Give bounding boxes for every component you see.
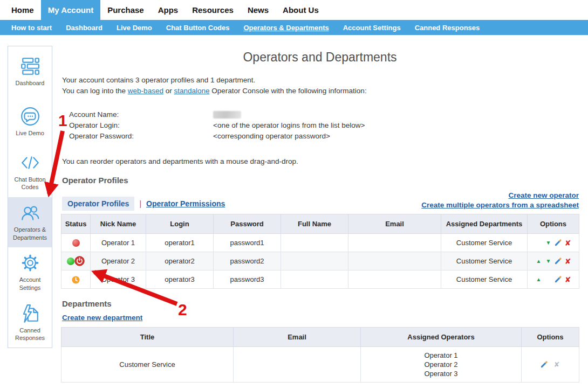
email-cell: [348, 234, 441, 252]
nav-my-account[interactable]: My Account: [41, 0, 100, 20]
chat-bubble-icon: [20, 106, 40, 127]
code-icon: [20, 152, 40, 173]
status-online-icon: [67, 258, 74, 265]
col-email: Email: [348, 214, 441, 234]
operator-login-value: <one of the operator logins from the lis…: [213, 120, 365, 131]
assigned-operator: Operator 2: [361, 360, 521, 369]
password-cell: password2: [214, 252, 281, 270]
email-cell: [234, 347, 361, 383]
nav-apps[interactable]: Apps: [151, 0, 186, 20]
status-cell: [61, 252, 91, 270]
edit-icon[interactable]: [539, 360, 549, 369]
operator-login-row: Operator Login: <one of the operator log…: [69, 120, 365, 131]
sidebar-label: Dashboard: [16, 79, 45, 87]
status-offline-icon: [72, 239, 80, 247]
main-content: Operators and Departments Your account c…: [61, 46, 579, 389]
move-up-icon[interactable]: ▲: [534, 276, 544, 282]
nick-name-cell: Operator 1: [91, 234, 146, 252]
table-header-row: Title Email Assigned Operators Options: [61, 328, 579, 347]
table-header-row: Status Nick Name Login Password Full Nam…: [61, 214, 579, 234]
standalone-link[interactable]: standalone: [174, 87, 209, 95]
sidebar-item-account-settings[interactable]: Account Settings: [8, 247, 52, 297]
delete-icon[interactable]: ✘: [563, 275, 573, 284]
options-cell: ▲ ✘: [528, 270, 579, 289]
move-down-icon[interactable]: ▼: [544, 240, 553, 246]
operator-login-label: Operator Login:: [69, 120, 213, 131]
create-multiple-operators-link[interactable]: Create multiple operators from a spreads…: [421, 200, 579, 210]
sidebar-item-dashboard[interactable]: Dashboard: [8, 46, 52, 96]
subnav-live-demo[interactable]: Live Demo: [110, 20, 159, 35]
sidebar-label: Operators & Departments: [9, 226, 51, 241]
subnav-account-settings[interactable]: Account Settings: [336, 20, 408, 35]
login-cell: operator1: [146, 234, 214, 252]
nav-resources[interactable]: Resources: [185, 0, 241, 20]
tab-operator-permissions[interactable]: Operator Permissions: [146, 199, 225, 208]
departments-heading: Departments: [62, 299, 112, 308]
create-new-operator-link[interactable]: Create new operator: [421, 191, 579, 200]
password-cell: password1: [214, 234, 281, 252]
nav-home[interactable]: Home: [4, 0, 41, 20]
account-name-row: Account Name:: [69, 109, 365, 120]
subnav-dashboard[interactable]: Dashboard: [59, 20, 110, 35]
sidebar-item-operators-departments[interactable]: Operators & Departments: [8, 197, 52, 247]
intro-line2-or: or: [163, 87, 174, 95]
nav-purchase[interactable]: Purchase: [100, 0, 151, 20]
col-full-name: Full Name: [281, 214, 348, 234]
sidebar-label: Canned Responses: [9, 327, 51, 342]
subnav-canned-responses[interactable]: Canned Responses: [408, 20, 487, 35]
move-up-icon[interactable]: ▲: [534, 258, 544, 264]
col-status: Status: [61, 214, 91, 234]
col-nick-name: Nick Name: [91, 214, 146, 234]
sidebar-label: Live Demo: [16, 129, 44, 137]
sidebar-item-canned-responses[interactable]: Canned Responses: [8, 297, 52, 348]
intro-line1: Your account contains 3 operator profile…: [62, 75, 367, 86]
delete-icon[interactable]: ✘: [563, 257, 573, 266]
nav-news[interactable]: News: [241, 0, 276, 20]
operator-password-value: <corresponding operator password>: [213, 131, 330, 142]
operator-create-links: Create new operator Create multiple oper…: [421, 191, 579, 210]
create-new-department-link[interactable]: Create new department: [62, 314, 142, 322]
account-name-redacted: [213, 111, 241, 119]
full-name-cell: [281, 234, 348, 252]
edit-icon[interactable]: [553, 239, 563, 247]
sidebar-item-live-demo[interactable]: Live Demo: [8, 96, 52, 147]
options-cell: ▲ ▼ ✘: [528, 252, 579, 270]
edit-icon[interactable]: [553, 257, 563, 265]
delete-disabled-icon: ✘: [552, 360, 562, 369]
top-nav: Home My Account Purchase Apps Resources …: [0, 0, 588, 20]
col-email: Email: [234, 328, 361, 347]
account-info: Account Name: Operator Login: <one of th…: [69, 109, 365, 142]
logout-power-button[interactable]: [74, 256, 85, 266]
page-title: Operators and Departments: [61, 50, 579, 65]
options-cell: ▼ ✘: [528, 234, 579, 252]
subnav-how-to-start[interactable]: How to start: [4, 20, 59, 35]
col-title: Title: [61, 328, 234, 347]
assigned-operators-cell: Operator 1 Operator 2 Operator 3: [361, 347, 522, 383]
subnav-operators-departments[interactable]: Operators & Departments: [237, 20, 336, 35]
tab-operator-profiles[interactable]: Operator Profiles: [62, 197, 134, 211]
intro-text: Your account contains 3 operator profile…: [62, 75, 367, 96]
account-name-label: Account Name:: [69, 109, 213, 120]
sidebar-item-chat-button-codes[interactable]: Chat Button Codes: [8, 147, 52, 197]
nav-about-us[interactable]: About Us: [276, 0, 326, 20]
nick-name-cell: Operator 2: [91, 252, 146, 270]
assigned-operator: Operator 3: [361, 369, 521, 378]
status-cell: [61, 234, 91, 252]
col-login: Login: [146, 214, 214, 234]
title-cell: Customer Service: [61, 347, 234, 383]
options-cell: ✘: [522, 347, 579, 383]
intro-line2-post: Operator Console with the following info…: [209, 87, 366, 95]
email-cell: [348, 252, 441, 270]
edit-icon[interactable]: [553, 275, 563, 283]
delete-icon[interactable]: ✘: [563, 239, 573, 247]
sidebar-label: Chat Button Codes: [9, 176, 51, 191]
move-down-icon[interactable]: ▼: [544, 258, 553, 264]
operator-row-3: Operator 3 operator3 password3 Customer …: [61, 270, 579, 289]
sidebar: Dashboard Live Demo Chat Button Codes Op…: [8, 46, 52, 348]
subnav-chat-button-codes[interactable]: Chat Button Codes: [159, 20, 237, 35]
login-cell: operator3: [146, 270, 214, 289]
tab-separator: |: [139, 199, 141, 208]
lightning-page-icon: [20, 303, 40, 324]
assigned-operator: Operator 1: [361, 351, 521, 360]
web-based-link[interactable]: web-based: [128, 87, 163, 95]
